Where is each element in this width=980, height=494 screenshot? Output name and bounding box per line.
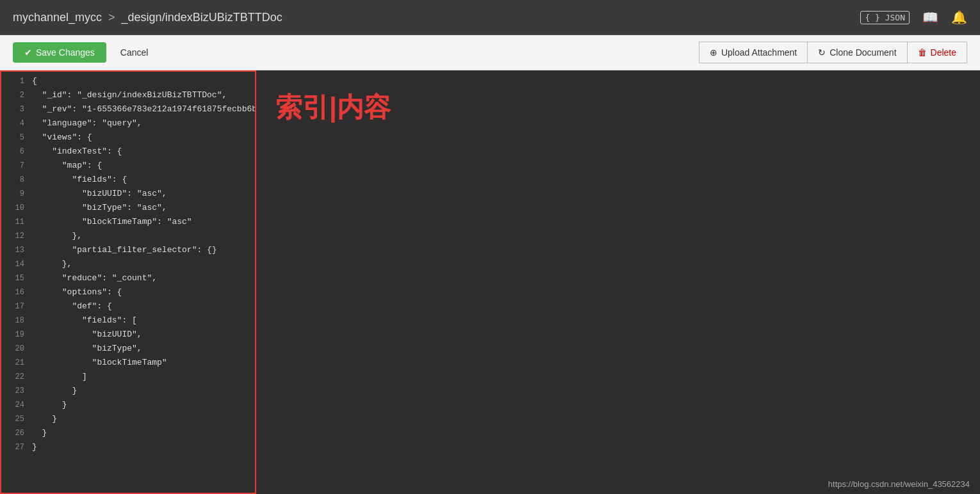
code-content: 1{2 "_id": "_design/indexBizUBizTBTTDoc"… bbox=[1, 72, 255, 457]
code-line: 4 "language": "query", bbox=[1, 116, 255, 131]
footer-watermark: https://blog.csdn.net/weixin_43562234 bbox=[828, 479, 970, 489]
code-line: 7 "map": { bbox=[1, 159, 255, 173]
code-line: 15 "reduce": "_count", bbox=[1, 271, 255, 285]
line-text: }, bbox=[32, 229, 82, 243]
line-text: "bizType", bbox=[32, 342, 142, 356]
line-text: } bbox=[32, 384, 77, 398]
code-line: 27} bbox=[1, 440, 255, 454]
line-text: "language": "query", bbox=[32, 116, 142, 131]
code-line: 25 } bbox=[1, 412, 255, 426]
line-number: 17 bbox=[6, 299, 24, 314]
code-line: 1{ bbox=[1, 74, 255, 88]
cancel-button[interactable]: Cancel bbox=[113, 42, 156, 63]
code-line: 26 } bbox=[1, 426, 255, 440]
line-number: 1 bbox=[6, 74, 24, 88]
line-text: "_rev": "1-655366e783e212a1974f61875fecb… bbox=[32, 102, 256, 116]
line-number: 25 bbox=[6, 412, 24, 426]
line-text: "map": { bbox=[32, 159, 102, 173]
code-line: 3 "_rev": "1-655366e783e212a1974f61875fe… bbox=[1, 102, 255, 116]
save-label: Save Changes bbox=[36, 47, 95, 58]
cancel-label: Cancel bbox=[120, 47, 149, 58]
bell-button[interactable]: 🔔 bbox=[951, 10, 967, 25]
editor-area: 1{2 "_id": "_design/indexBizUBizTBTTDoc"… bbox=[0, 70, 980, 494]
code-line: 9 "bizUUID": "asc", bbox=[1, 187, 255, 201]
code-line: 11 "blockTimeTamp": "asc" bbox=[1, 215, 255, 229]
line-text: "fields": { bbox=[32, 173, 127, 187]
line-number: 15 bbox=[6, 271, 24, 285]
upload-icon: ⊕ bbox=[710, 47, 717, 58]
line-text: "blockTimeTamp": "asc" bbox=[32, 215, 192, 229]
trash-icon: 🗑 bbox=[918, 47, 927, 58]
json-badge[interactable]: { } JSON bbox=[860, 11, 910, 24]
book-button[interactable]: 📖 bbox=[922, 10, 938, 25]
code-line: 2 "_id": "_design/indexBizUBizTBTTDoc", bbox=[1, 88, 255, 102]
line-text: "_id": "_design/indexBizUBizTBTTDoc", bbox=[32, 88, 227, 102]
code-line: 23 } bbox=[1, 384, 255, 398]
bell-icon: 🔔 bbox=[951, 10, 967, 25]
line-text: "partial_filter_selector": {} bbox=[32, 243, 217, 257]
line-number: 2 bbox=[6, 88, 24, 102]
code-line: 17 "def": { bbox=[1, 299, 255, 314]
line-text: }, bbox=[32, 257, 72, 271]
line-text: { bbox=[32, 74, 37, 88]
line-number: 21 bbox=[6, 356, 24, 370]
save-button[interactable]: ✔ Save Changes bbox=[13, 42, 106, 63]
book-icon: 📖 bbox=[922, 10, 938, 25]
breadcrumb: mychannel_mycc > _design/indexBizUBizTBT… bbox=[13, 11, 282, 24]
clone-label: Clone Document bbox=[829, 47, 896, 58]
line-number: 5 bbox=[6, 131, 24, 145]
delete-label: Delete bbox=[931, 47, 956, 58]
code-line: 20 "bizType", bbox=[1, 342, 255, 356]
line-text: "options": { bbox=[32, 285, 122, 299]
upload-label: Upload Attachment bbox=[721, 47, 797, 58]
clone-document-button[interactable]: ↻ Clone Document bbox=[808, 42, 907, 63]
code-line: 8 "fields": { bbox=[1, 173, 255, 187]
line-number: 4 bbox=[6, 116, 24, 131]
top-header: mychannel_mycc > _design/indexBizUBizTBT… bbox=[0, 0, 980, 35]
line-text: "def": { bbox=[32, 299, 112, 314]
action-bar: ✔ Save Changes Cancel ⊕ Upload Attachmen… bbox=[0, 35, 980, 70]
line-number: 22 bbox=[6, 370, 24, 384]
code-line: 14 }, bbox=[1, 257, 255, 271]
code-line: 16 "options": { bbox=[1, 285, 255, 299]
header-icons: { } JSON 📖 🔔 bbox=[860, 10, 967, 25]
line-number: 16 bbox=[6, 285, 24, 299]
line-number: 13 bbox=[6, 243, 24, 257]
upload-attachment-button[interactable]: ⊕ Upload Attachment bbox=[699, 42, 808, 63]
code-line: 22 ] bbox=[1, 370, 255, 384]
line-text: "bizUUID", bbox=[32, 328, 142, 342]
code-line: 24 } bbox=[1, 398, 255, 412]
line-text: "fields": [ bbox=[32, 314, 137, 328]
code-panel[interactable]: 1{2 "_id": "_design/indexBizUBizTBTTDoc"… bbox=[0, 70, 256, 494]
line-text: } bbox=[32, 412, 57, 426]
line-text: "reduce": "_count", bbox=[32, 271, 157, 285]
line-text: "bizUUID": "asc", bbox=[32, 187, 167, 201]
line-number: 9 bbox=[6, 187, 24, 201]
line-number: 6 bbox=[6, 145, 24, 159]
breadcrumb-document: _design/indexBizUBizTBTTDoc bbox=[122, 11, 282, 24]
line-number: 8 bbox=[6, 173, 24, 187]
code-line: 13 "partial_filter_selector": {} bbox=[1, 243, 255, 257]
line-number: 12 bbox=[6, 229, 24, 243]
line-number: 24 bbox=[6, 398, 24, 412]
line-number: 7 bbox=[6, 159, 24, 173]
line-number: 11 bbox=[6, 215, 24, 229]
code-line: 21 "blockTimeTamp" bbox=[1, 356, 255, 370]
line-number: 27 bbox=[6, 440, 24, 454]
line-text: } bbox=[32, 426, 47, 440]
delete-button[interactable]: 🗑 Delete bbox=[908, 42, 967, 63]
code-line: 5 "views": { bbox=[1, 131, 255, 145]
chinese-text-overlay: 索引|内容 bbox=[275, 90, 391, 125]
code-line: 10 "bizType": "asc", bbox=[1, 201, 255, 215]
action-bar-right: ⊕ Upload Attachment ↻ Clone Document 🗑 D… bbox=[699, 42, 967, 63]
code-line: 6 "indexTest": { bbox=[1, 145, 255, 159]
action-bar-left: ✔ Save Changes Cancel bbox=[13, 42, 156, 63]
code-line: 19 "bizUUID", bbox=[1, 328, 255, 342]
line-text: "blockTimeTamp" bbox=[32, 356, 167, 370]
clone-icon: ↻ bbox=[818, 47, 826, 58]
line-text: ] bbox=[32, 370, 87, 384]
line-number: 19 bbox=[6, 328, 24, 342]
line-text: "bizType": "asc", bbox=[32, 201, 167, 215]
line-number: 26 bbox=[6, 426, 24, 440]
line-number: 23 bbox=[6, 384, 24, 398]
